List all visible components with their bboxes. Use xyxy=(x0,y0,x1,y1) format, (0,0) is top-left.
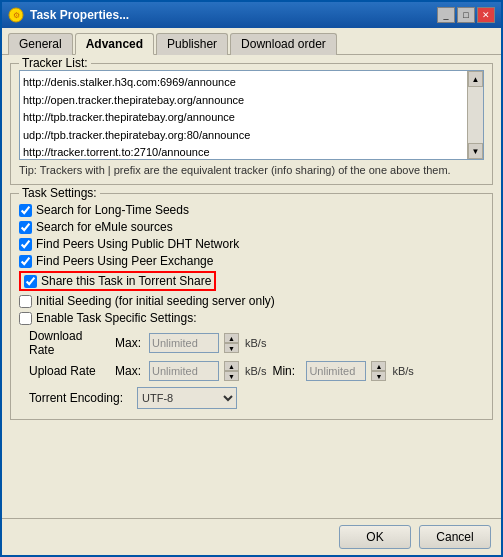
tab-advanced[interactable]: Advanced xyxy=(75,33,154,55)
upload-min-up[interactable]: ▲ xyxy=(371,361,386,371)
maximize-button[interactable]: □ xyxy=(457,7,475,23)
tracker-list-wrapper: http://denis.stalker.h3q.com:6969/announ… xyxy=(19,70,484,160)
label-torrent-share: Share this Task in Torrent Share xyxy=(41,274,211,288)
tracker-item: http://open.tracker.thepiratebay.org/ann… xyxy=(23,92,464,110)
upload-max-unit: kB/s xyxy=(245,365,266,377)
window-title: Task Properties... xyxy=(30,8,129,22)
tracker-tip: Tip: Trackers with | prefix are the equi… xyxy=(19,164,484,176)
scroll-down-button[interactable]: ▼ xyxy=(468,143,483,159)
main-window: ⚙ Task Properties... _ □ ✕ General Advan… xyxy=(0,0,503,557)
minimize-button[interactable]: _ xyxy=(437,7,455,23)
download-max-label: Max: xyxy=(115,336,143,350)
encoding-select[interactable]: UTF-8 xyxy=(137,387,237,409)
download-rate-spinner: ▲ ▼ xyxy=(224,333,239,353)
download-rate-row: Download Rate Max: ▲ ▼ kB/s xyxy=(29,329,484,357)
checkbox-initial-seeding[interactable] xyxy=(19,295,32,308)
scroll-up-button[interactable]: ▲ xyxy=(468,71,483,87)
checkbox-row-initial-seeding: Initial Seeding (for initial seeding ser… xyxy=(19,294,484,308)
label-task-specific: Enable Task Specific Settings: xyxy=(36,311,197,325)
label-emule-sources: Search for eMule sources xyxy=(36,220,173,234)
bottom-bar: OK Cancel xyxy=(2,518,501,555)
checkbox-row-long-time-seeds: Search for Long-Time Seeds xyxy=(19,203,484,217)
torrent-share-highlight: Share this Task in Torrent Share xyxy=(19,271,216,291)
download-rate-label: Download Rate xyxy=(29,329,109,357)
download-rate-up[interactable]: ▲ xyxy=(224,333,239,343)
download-rate-down[interactable]: ▼ xyxy=(224,343,239,353)
checkbox-long-time-seeds[interactable] xyxy=(19,204,32,217)
tracker-item: http://tpb.tracker.thepiratebay.org/anno… xyxy=(23,109,464,127)
tracker-list-text: http://denis.stalker.h3q.com:6969/announ… xyxy=(20,71,467,159)
task-settings-group: Task Settings: Search for Long-Time Seed… xyxy=(10,193,493,420)
checkbox-emule-sources[interactable] xyxy=(19,221,32,234)
upload-min-label: Min: xyxy=(272,364,300,378)
cancel-button[interactable]: Cancel xyxy=(419,525,491,549)
encoding-row: Torrent Encoding: UTF-8 xyxy=(29,387,484,409)
upload-min-unit: kB/s xyxy=(392,365,413,377)
upload-max-down[interactable]: ▼ xyxy=(224,371,239,381)
upload-min-input[interactable] xyxy=(306,361,366,381)
checkbox-row-task-specific: Enable Task Specific Settings: xyxy=(19,311,484,325)
checkbox-row-torrent-share: Share this Task in Torrent Share xyxy=(19,271,484,291)
ok-button[interactable]: OK xyxy=(339,525,411,549)
checkbox-public-dht[interactable] xyxy=(19,238,32,251)
checkbox-row-emule-sources: Search for eMule sources xyxy=(19,220,484,234)
checkbox-task-specific[interactable] xyxy=(19,312,32,325)
label-peer-exchange: Find Peers Using Peer Exchange xyxy=(36,254,213,268)
task-settings-label: Task Settings: xyxy=(19,186,100,200)
upload-max-spinner: ▲ ▼ xyxy=(224,361,239,381)
tracker-list-label: Tracker List: xyxy=(19,56,91,70)
upload-max-input[interactable] xyxy=(149,361,219,381)
download-rate-input[interactable] xyxy=(149,333,219,353)
checkbox-peer-exchange[interactable] xyxy=(19,255,32,268)
checkbox-row-peer-exchange: Find Peers Using Peer Exchange xyxy=(19,254,484,268)
label-initial-seeding: Initial Seeding (for initial seeding ser… xyxy=(36,294,275,308)
tab-download-order[interactable]: Download order xyxy=(230,33,337,55)
tab-general[interactable]: General xyxy=(8,33,73,55)
tracker-list-group: Tracker List: http://denis.stalker.h3q.c… xyxy=(10,63,493,185)
tracker-item: udp://tpb.tracker.thepiratebay.org:80/an… xyxy=(23,127,464,145)
label-long-time-seeds: Search for Long-Time Seeds xyxy=(36,203,189,217)
tracker-item: http://tracker.torrent.to:2710/announce xyxy=(23,144,464,159)
upload-max-label: Max: xyxy=(115,364,143,378)
upload-rate-row: Upload Rate Max: ▲ ▼ kB/s Min: ▲ ▼ kB/s xyxy=(29,361,484,381)
title-bar: ⚙ Task Properties... _ □ ✕ xyxy=(2,2,501,28)
label-public-dht: Find Peers Using Public DHT Network xyxy=(36,237,239,251)
upload-rate-label: Upload Rate xyxy=(29,364,109,378)
checkbox-torrent-share[interactable] xyxy=(24,275,37,288)
checkbox-row-public-dht: Find Peers Using Public DHT Network xyxy=(19,237,484,251)
close-button[interactable]: ✕ xyxy=(477,7,495,23)
svg-text:⚙: ⚙ xyxy=(13,11,20,20)
upload-min-down[interactable]: ▼ xyxy=(371,371,386,381)
tab-content: Tracker List: http://denis.stalker.h3q.c… xyxy=(2,55,501,518)
encoding-label: Torrent Encoding: xyxy=(29,391,129,405)
upload-max-up[interactable]: ▲ xyxy=(224,361,239,371)
title-buttons: _ □ ✕ xyxy=(437,7,495,23)
upload-min-spinner: ▲ ▼ xyxy=(371,361,386,381)
scroll-track[interactable] xyxy=(468,87,483,143)
download-rate-unit: kB/s xyxy=(245,337,266,349)
tab-bar: General Advanced Publisher Download orde… xyxy=(2,28,501,55)
app-icon: ⚙ xyxy=(8,7,24,23)
tracker-scrollbar[interactable]: ▲ ▼ xyxy=(467,71,483,159)
tracker-item: http://denis.stalker.h3q.com:6969/announ… xyxy=(23,74,464,92)
title-bar-left: ⚙ Task Properties... xyxy=(8,7,129,23)
tab-publisher[interactable]: Publisher xyxy=(156,33,228,55)
